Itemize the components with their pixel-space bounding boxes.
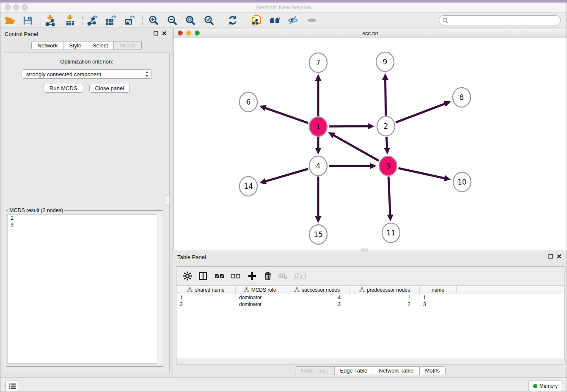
horizontal-splitter-grip[interactable] [361,248,368,251]
graph-edge-1-6[interactable] [259,105,308,123]
graph-node-8[interactable]: 8 [453,88,471,107]
graph-node-1[interactable]: 1 [309,117,327,136]
table-cell[interactable]: 1 [350,294,420,301]
create-column-button[interactable] [245,270,259,282]
criterion-select[interactable]: strongly connected component [22,69,152,79]
delete-column-button[interactable] [261,270,275,282]
graph-node-10[interactable]: 10 [453,172,471,192]
export-network-button[interactable] [84,14,101,27]
float-panel-icon[interactable] [548,254,553,259]
status-bar: Memory [0,377,567,392]
close-panel-icon[interactable] [162,31,167,36]
graph-edge-1-2[interactable] [329,123,374,130]
graph-edge-3-1[interactable] [328,132,379,160]
tab-network-table[interactable]: Network Table [373,366,419,375]
table-cell[interactable]: 4 [284,294,350,301]
memory-label: Memory [539,383,558,389]
zoom-fit-button[interactable] [182,14,199,27]
vertical-splitter-grip[interactable] [165,195,170,204]
export-image-button[interactable] [121,14,138,27]
close-panel-button[interactable]: Close panel [89,84,130,93]
graph-edge-1-7[interactable] [315,74,322,116]
clone-network-button[interactable] [248,14,265,27]
table-settings-button[interactable] [181,270,194,282]
column-header-MCDS-role[interactable]: MCDS role [236,286,284,294]
float-panel-icon[interactable] [154,31,158,36]
tab-style[interactable]: Style [63,41,87,50]
zoom-selected-button[interactable] [201,14,217,27]
save-session-button[interactable] [19,14,36,27]
tab-select[interactable]: Select [87,41,114,50]
tab-mcds[interactable]: MCDS [113,41,141,50]
export-image-icon [124,15,135,26]
graph-edge-1-4[interactable] [315,137,322,155]
refresh-layout-button[interactable] [224,14,241,27]
select-all-columns-button[interactable] [213,270,226,282]
close-panel-icon[interactable] [557,254,561,259]
toolbar-separator [41,14,41,26]
graph-edge-4-14[interactable] [259,169,308,184]
run-mcds-button[interactable]: Run MCDS [44,84,83,93]
tab-edge-table[interactable]: Edge Table [334,366,373,375]
import-network-button[interactable] [42,14,59,27]
graph-edge-4-3[interactable] [329,163,377,169]
graph-node-3[interactable]: 3 [379,156,397,176]
table-cell[interactable]: 3 [176,301,236,308]
deselect-all-columns-button[interactable] [229,270,242,282]
export-table-button[interactable] [102,14,119,27]
table-cell[interactable]: 1 [176,294,236,301]
column-header-name[interactable]: name [420,286,457,294]
memory-button[interactable]: Memory [528,381,562,391]
table-cell[interactable]: dominator [236,294,284,301]
table-cell[interactable]: 1 [420,294,457,301]
main-toolbar [0,12,567,28]
show-all-networks-button[interactable] [266,14,283,27]
graph-edge-3-10[interactable] [398,168,451,181]
graph-edge-2-8[interactable] [396,101,451,122]
table-cell[interactable]: 2 [350,301,420,308]
graph-edge-4-15[interactable] [315,177,322,223]
graph-node-label: 7 [316,58,321,67]
import-table-button[interactable] [62,14,79,27]
zoom-out-button[interactable] [164,14,181,27]
column-header-shared-name[interactable]: shared name [176,286,236,294]
graph-node-label: 11 [386,229,396,237]
open-session-button[interactable] [1,14,18,27]
table-cell[interactable]: 3 [420,301,457,308]
table-row[interactable]: 3dominator323 [176,301,564,308]
graph-edge-2-3[interactable] [384,137,390,155]
table-row[interactable]: 1dominator411 [176,294,564,301]
show-columns-button[interactable] [196,270,210,282]
result-scrollbar[interactable] [157,214,162,364]
tab-motifs[interactable]: Motifs [419,366,446,375]
graph-edge-2-9[interactable] [382,73,388,116]
mcds-result-item[interactable]: 1 [8,215,162,221]
node-table-container: f(x) shared nameMCDS rolesuccessor nodes… [176,266,564,364]
graph-node-15[interactable]: 15 [309,225,327,244]
table-toolbar: f(x) [176,267,564,286]
select-stepper-icon [145,71,149,77]
graph-node-9[interactable]: 9 [376,52,394,72]
column-header-successor-nodes[interactable]: successor nodes [284,286,350,294]
search-input[interactable] [439,15,561,25]
tab-network[interactable]: Network [31,41,63,50]
mcds-result-item[interactable]: 3 [8,221,162,228]
show-hidden-button[interactable] [303,14,320,27]
graph-node-14[interactable]: 14 [239,177,257,196]
graph-node-2[interactable]: 2 [377,116,395,136]
table-cell[interactable]: dominator [236,301,284,308]
graph-node-4[interactable]: 4 [309,156,327,176]
table-panel-title: Table Panel [177,254,206,260]
task-history-button[interactable] [6,381,19,391]
graph-edge-3-11[interactable] [387,177,394,221]
graph-node-11[interactable]: 11 [382,223,400,243]
column-header-predecessor-nodes[interactable]: predecessor nodes [350,286,420,294]
hide-selected-button[interactable] [284,14,301,27]
zoom-in-button[interactable] [145,14,162,27]
table-cell[interactable]: 3 [284,301,350,308]
tab-node-table[interactable]: Node Table [295,366,335,375]
graph-node-7[interactable]: 7 [309,53,327,72]
table-empty-area [176,308,564,359]
graph-node-6[interactable]: 6 [239,92,257,112]
network-canvas[interactable]: 7968124314101511 [173,38,567,251]
